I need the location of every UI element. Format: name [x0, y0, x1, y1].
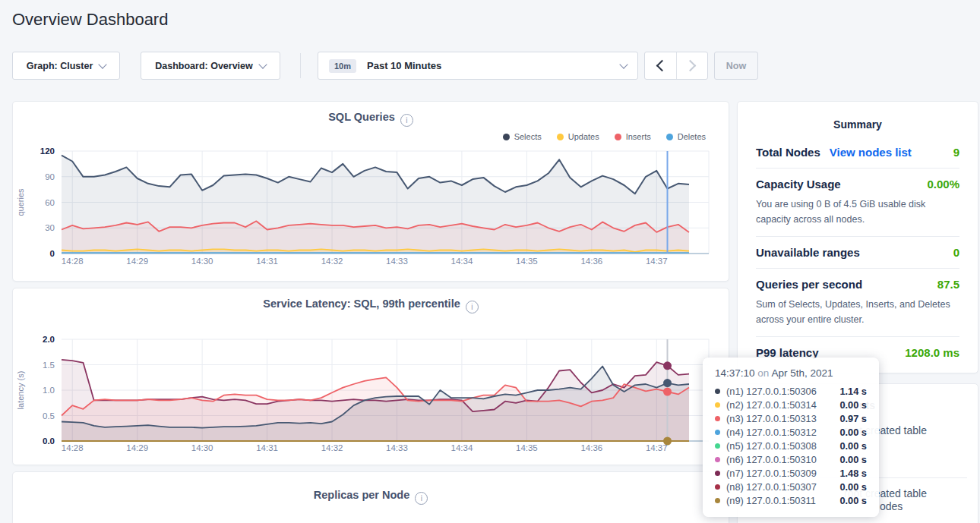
legend-item-inserts[interactable]: Inserts	[615, 132, 651, 141]
node-address: (n6) 127.0.0.1:50310	[726, 454, 817, 465]
svg-text:14:37: 14:37	[646, 443, 668, 452]
sql-chart-legend: SelectsUpdatesInsertsDeletes	[503, 132, 706, 141]
node-latency-value: 1.48 s	[839, 468, 867, 479]
service-latency-plot[interactable]: 0.00.51.01.52.014:2814:2914:3014:3114:32…	[13, 288, 730, 466]
summary-unavailable-row: Unavailable ranges 0	[756, 246, 959, 259]
svg-text:latency (s): latency (s)	[16, 371, 25, 410]
service-latency-chart-card: Service Latency: SQL, 99th percentilei 0…	[12, 288, 729, 465]
unavailable-ranges-value: 0	[953, 246, 959, 259]
svg-text:14:36: 14:36	[580, 257, 602, 266]
tooltip-node-row: (n7) 127.0.0.1:503091.48 s	[715, 466, 867, 480]
queries-per-second-value: 87.5	[937, 278, 959, 291]
summary-title: Summary	[756, 118, 959, 131]
svg-text:1.5: 1.5	[43, 361, 55, 370]
info-icon[interactable]: i	[415, 492, 428, 505]
time-back-button[interactable]	[645, 52, 677, 79]
svg-text:14:36: 14:36	[580, 443, 602, 452]
chevron-right-icon	[684, 60, 697, 72]
time-forward-button[interactable]	[677, 52, 708, 79]
node-latency-value: 0.00 s	[839, 440, 867, 452]
tooltip-node-row: (n4) 127.0.0.1:503120.00 s	[715, 425, 867, 439]
svg-text:14:35: 14:35	[516, 257, 538, 266]
divider	[756, 336, 959, 337]
dashboard-dropdown-label: Dashboard: Overview	[155, 61, 253, 71]
node-color-dot	[715, 430, 720, 435]
node-address: (n9) 127.0.0.1:50311	[726, 495, 816, 506]
svg-text:120: 120	[40, 147, 55, 156]
svg-text:14:30: 14:30	[191, 443, 213, 452]
node-latency-value: 1.14 s	[839, 386, 867, 397]
svg-text:14:32: 14:32	[321, 443, 343, 452]
legend-item-selects[interactable]: Selects	[503, 132, 542, 141]
svg-text:14:31: 14:31	[256, 257, 278, 266]
info-icon[interactable]: i	[466, 301, 479, 313]
tooltip-on-text: on	[757, 367, 769, 379]
node-address: (n3) 127.0.0.1:50313	[726, 413, 817, 424]
svg-text:14:33: 14:33	[386, 257, 408, 266]
node-latency-value: 0.00 s	[839, 481, 867, 493]
svg-text:60: 60	[45, 198, 55, 207]
node-latency-value: 0.00 s	[839, 454, 867, 465]
chevron-down-icon	[99, 60, 107, 68]
tooltip-node-row: (n3) 127.0.0.1:503130.97 s	[715, 411, 867, 425]
node-color-dot	[715, 389, 720, 394]
svg-text:14:37: 14:37	[646, 257, 668, 266]
tooltip-node-row: (n5) 127.0.0.1:503080.00 s	[715, 439, 867, 452]
svg-text:0.0: 0.0	[43, 436, 55, 446]
controls-divider	[300, 53, 301, 78]
tooltip-node-row: (n8) 127.0.0.1:503070.00 s	[715, 480, 867, 493]
svg-text:2.0: 2.0	[43, 335, 55, 344]
tooltip-time: 14:37:10	[715, 367, 755, 379]
node-latency-value: 0.00 s	[839, 495, 867, 506]
node-address: (n4) 127.0.0.1:50312	[726, 427, 817, 438]
svg-text:30: 30	[45, 223, 55, 232]
legend-item-updates[interactable]: Updates	[557, 132, 599, 141]
service-latency-chart-title: Service Latency: SQL, 99th percentilei	[13, 298, 729, 313]
legend-label: Inserts	[626, 132, 651, 141]
now-button[interactable]: Now	[714, 52, 758, 80]
divider	[756, 168, 959, 169]
svg-text:14:28: 14:28	[62, 257, 84, 266]
svg-text:14:35: 14:35	[516, 443, 538, 452]
tooltip-date: Apr 5th, 2021	[771, 367, 833, 379]
legend-item-deletes[interactable]: Deletes	[666, 132, 706, 141]
view-nodes-list-link[interactable]: View nodes list	[830, 146, 912, 159]
summary-total-nodes-row: Total Nodes View nodes list 9	[756, 146, 959, 159]
tooltip-node-row: (n2) 127.0.0.1:503140.00 s	[715, 398, 867, 411]
p99-latency-value: 1208.0 ms	[905, 346, 959, 359]
node-color-dot	[715, 484, 720, 490]
replicas-chart-title: Replicas per Nodei	[13, 489, 729, 505]
legend-label: Deletes	[678, 132, 706, 141]
svg-text:0.5: 0.5	[43, 411, 55, 421]
graph-dropdown-label: Graph: Cluster	[27, 61, 93, 71]
info-icon[interactable]: i	[400, 114, 413, 127]
node-address: (n5) 127.0.0.1:50308	[726, 440, 817, 452]
total-nodes-value: 9	[953, 146, 959, 159]
svg-text:0: 0	[50, 249, 55, 258]
svg-text:14:30: 14:30	[191, 257, 213, 266]
capacity-usage-note: You are using 0 B of 4.5 GiB usable disk…	[756, 197, 959, 227]
node-address: (n7) 127.0.0.1:50309	[726, 468, 817, 479]
time-range-selector[interactable]: 10m Past 10 Minutes	[318, 52, 638, 80]
graph-dropdown[interactable]: Graph: Cluster	[12, 52, 120, 80]
node-color-dot	[715, 471, 720, 476]
node-color-dot	[715, 443, 720, 449]
tooltip-node-row: (n6) 127.0.0.1:503100.00 s	[715, 452, 867, 466]
sql-queries-plot[interactable]: 030609012014:2814:2914:3014:3114:3214:33…	[13, 102, 730, 282]
legend-dot	[503, 134, 510, 140]
svg-text:14:32: 14:32	[321, 257, 343, 266]
time-range-badge: 10m	[329, 59, 356, 73]
svg-text:queries: queries	[16, 188, 25, 216]
svg-text:14:29: 14:29	[126, 257, 148, 266]
dashboard-dropdown[interactable]: Dashboard: Overview	[141, 52, 280, 80]
divider	[756, 236, 959, 237]
node-color-dot	[715, 498, 720, 503]
legend-dot	[666, 134, 673, 140]
sql-queries-chart-card: SQL Queriesi SelectsUpdatesInsertsDelete…	[12, 101, 729, 282]
node-address: (n8) 127.0.0.1:50307	[726, 481, 817, 493]
node-latency-value: 0.00 s	[839, 399, 867, 411]
legend-label: Updates	[568, 132, 599, 141]
svg-text:14:28: 14:28	[62, 443, 84, 452]
chevron-down-icon	[258, 60, 267, 68]
chevron-left-icon	[656, 60, 668, 72]
